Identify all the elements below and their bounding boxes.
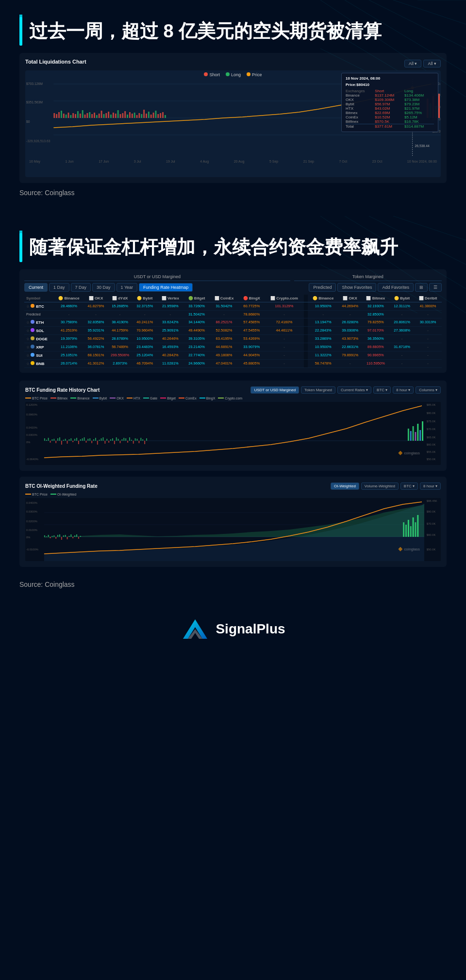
svg-rect-187 [55, 537, 56, 539]
svg-rect-59 [153, 113, 154, 118]
svg-text:$0: $0 [26, 120, 30, 123]
svg-rect-127 [93, 439, 94, 441]
svg-rect-125 [89, 438, 90, 441]
ctrl-oi-weighted[interactable]: OI-Weighted [331, 482, 359, 490]
title-accent-bar-2 [19, 233, 22, 262]
svg-rect-112 [65, 439, 66, 441]
tab-heatmap[interactable]: Funding Rate Heatmap [139, 283, 193, 292]
svg-rect-108 [57, 438, 58, 441]
ctrl-columns[interactable]: Columns ▾ [416, 386, 441, 394]
svg-rect-136 [110, 439, 111, 441]
rate-cell: 39.3105% [183, 334, 209, 343]
svg-text:$88.45K: $88.45K [427, 499, 437, 502]
rate-cell: 32.3715% [133, 302, 157, 310]
rate-cell: 70.9604% [133, 326, 157, 334]
ctrl-token-margined[interactable]: Token Margined [301, 386, 335, 394]
svg-rect-206 [415, 522, 416, 537]
svg-rect-195 [70, 534, 71, 537]
svg-rect-113 [67, 441, 68, 444]
table-row: ☆ ETH30.7589%32.8358%38.4190%40.2411%33.… [24, 318, 442, 326]
table-row: ☆ XRP11.2106%36.0781%56.7489%23.4483%16.… [24, 343, 442, 351]
rate-cell-right: 26.0280% [339, 318, 362, 326]
tab-1day[interactable]: 1 Day [49, 283, 69, 292]
svg-rect-146 [129, 437, 130, 441]
ctrl-oi-8hour[interactable]: 8 hour ▾ [420, 482, 441, 490]
col-bitget: 🟢 Bitget [183, 295, 209, 302]
svg-rect-183 [48, 535, 49, 537]
bg-decoration-2 [320, 216, 466, 313]
col-dydx: ⬜ dYdX [107, 295, 133, 302]
svg-text:0.1200%: 0.1200% [26, 403, 38, 406]
ctrl-8hour[interactable]: 8 hour ▾ [393, 386, 414, 394]
svg-rect-119 [78, 441, 79, 444]
svg-text:0.0960%: 0.0960% [26, 413, 38, 416]
tab-1year[interactable]: 1 Year [116, 283, 138, 292]
svg-rect-46 [122, 113, 123, 118]
rate-cell: 44.1759% [107, 326, 133, 334]
svg-rect-102 [46, 440, 47, 441]
svg-rect-129 [97, 441, 98, 445]
svg-rect-184 [50, 537, 51, 538]
svg-rect-40 [108, 112, 109, 118]
svg-rect-132 [103, 437, 104, 441]
rate-cell-right: - [414, 326, 442, 334]
ctrl-volume-weighted[interactable]: Volume-Weighted [361, 482, 399, 490]
rate-cell: 45.8805% [238, 359, 265, 367]
ctrl-current-rates[interactable]: Current Rates ▾ [337, 386, 371, 394]
svg-rect-24 [70, 115, 71, 118]
oi-chart: BTC OI-Weighted Funding Rate OI-Weighted… [19, 477, 447, 567]
price-legend: Price [247, 72, 262, 77]
svg-rect-60 [155, 111, 157, 118]
tab-current[interactable]: Current [24, 283, 48, 292]
svg-text:🔶 coinglass: 🔶 coinglass [398, 450, 419, 455]
rate-cell: 11.2106% [53, 343, 84, 351]
rate-cell: 53.4269% [238, 334, 265, 343]
tab-7day[interactable]: 7 Day [71, 283, 91, 292]
liquidation-chart: Short Long Price $703.126M $351.563M $0 … [25, 70, 441, 177]
svg-rect-192 [65, 535, 66, 537]
svg-rect-141 [120, 441, 121, 443]
svg-rect-203 [408, 520, 409, 537]
rate-cell: - [265, 310, 304, 318]
svg-text:0.0420%: 0.0420% [26, 426, 38, 429]
svg-rect-116 [72, 441, 73, 442]
svg-text:$703.126M: $703.126M [26, 82, 43, 85]
svg-rect-147 [131, 440, 132, 441]
rate-cell-right: 11.3222% [308, 351, 339, 359]
rate-cell: 60.7725% [238, 302, 265, 310]
x-label: 3 Jul [134, 160, 141, 163]
svg-rect-120 [80, 439, 81, 441]
svg-rect-42 [113, 113, 114, 118]
rate-cell-right: - [339, 359, 362, 367]
ctrl-oi-btc[interactable]: BTC ▾ [400, 482, 418, 490]
svg-text:0.0100%: 0.0100% [26, 529, 38, 532]
rate-cell: 36.0781% [84, 343, 107, 351]
rate-cell: 44.4611% [265, 326, 304, 334]
svg-rect-61 [157, 114, 159, 118]
table-row: ☆ SOL41.2519%35.9231%44.1759%70.9604%25.… [24, 326, 442, 334]
svg-rect-135 [108, 441, 109, 443]
svg-rect-29 [82, 110, 83, 118]
svg-rect-139 [116, 437, 117, 441]
svg-rect-118 [76, 438, 77, 441]
ctrl-btc[interactable]: BTC ▾ [373, 386, 391, 394]
rate-cell: 23.4483% [133, 343, 157, 351]
x-label: 20 Aug [234, 160, 245, 163]
rate-cell-right: - [414, 334, 442, 343]
rate-cell-right: 31.6716% [390, 343, 414, 351]
rate-cell-right: - [390, 351, 414, 359]
svg-line-80 [345, 216, 466, 289]
svg-rect-33 [91, 114, 93, 118]
tab-30day[interactable]: 30 Day [92, 283, 115, 292]
ctrl-usdt-margined[interactable]: USDT or USD Margined [250, 386, 299, 394]
svg-text:0.0400%: 0.0400% [26, 501, 38, 504]
col-vertex: ⬜ Vertex [157, 295, 183, 302]
svg-rect-28 [80, 114, 81, 118]
rate-cell-right: 22.2843% [308, 326, 339, 334]
x-label: 19 Jul [166, 160, 175, 163]
rate-cell: - [265, 351, 304, 359]
svg-rect-19 [58, 112, 60, 118]
svg-rect-111 [63, 440, 64, 441]
svg-rect-193 [67, 537, 68, 539]
col-okx-l: ⬜ OKX [84, 295, 107, 302]
